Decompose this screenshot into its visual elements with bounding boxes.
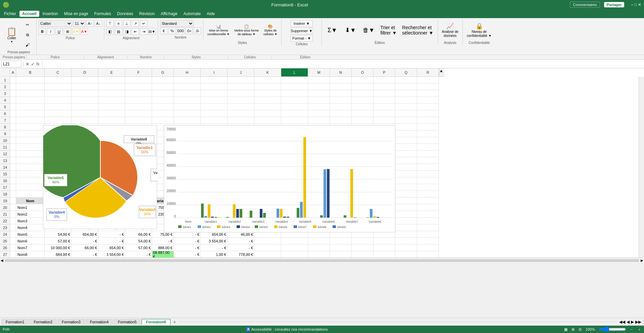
cell-O3[interactable] (352, 90, 374, 97)
data-cell-Q20[interactable] (395, 204, 417, 211)
cell-B16[interactable] (16, 177, 45, 184)
cell-F3[interactable] (125, 90, 152, 97)
cell-Q15[interactable] (395, 171, 417, 177)
cell-F5[interactable] (125, 104, 152, 110)
cell-Q9[interactable] (395, 130, 417, 137)
cell-H6[interactable] (174, 110, 201, 117)
cell-R12[interactable] (417, 151, 439, 157)
cell-B5[interactable] (16, 104, 45, 110)
col-header-A[interactable]: A (10, 68, 16, 76)
format-painter-button[interactable]: 🖌 (21, 40, 34, 50)
col-header-O[interactable]: O (352, 68, 374, 76)
cell-Q1[interactable] (395, 77, 417, 84)
cell-H2[interactable] (174, 84, 201, 90)
col-header-K[interactable]: K (254, 68, 281, 76)
fill-button[interactable]: ⬇▼ (342, 20, 359, 40)
cell-R8[interactable] (417, 124, 439, 130)
cell-G5[interactable] (152, 104, 174, 110)
data-cell-L26[interactable] (281, 244, 308, 251)
data-cell-A26[interactable] (10, 244, 16, 251)
cell-Q11[interactable] (395, 144, 417, 151)
align-center-button[interactable]: ▤ (115, 28, 122, 35)
data-cell-G26[interactable]: 888,00 € (152, 244, 174, 251)
align-middle-button[interactable]: ≡ (115, 20, 122, 27)
clear-button[interactable]: 🗑▼ (360, 20, 377, 40)
cell-D6[interactable] (71, 110, 98, 117)
thousand-button[interactable]: % (168, 27, 176, 34)
cell-I3[interactable] (201, 90, 228, 97)
menu-revision[interactable]: Révision (137, 11, 157, 17)
cell-R1[interactable] (417, 77, 439, 84)
data-cell-Q27[interactable] (395, 251, 417, 258)
menu-insertion[interactable]: Insertion (40, 11, 61, 17)
cell-E1[interactable] (98, 77, 125, 84)
cell-I5[interactable] (201, 104, 228, 110)
cell-B12[interactable] (16, 151, 45, 157)
data-cell-A23[interactable] (10, 224, 16, 231)
cell-R14[interactable] (417, 164, 439, 171)
data-cell-B24[interactable]: Nom5 (16, 231, 45, 238)
cell-G3[interactable] (152, 90, 174, 97)
data-cell-B20[interactable]: Nom1 (16, 204, 45, 211)
cell-E2[interactable] (98, 84, 125, 90)
cell-A2[interactable] (10, 84, 16, 90)
cell-L6[interactable] (281, 110, 308, 117)
cell-B2[interactable] (16, 84, 45, 90)
cell-Q8[interactable] (395, 124, 417, 130)
data-cell-E24[interactable]: - € (98, 231, 125, 238)
data-cell-B26[interactable]: Nom7 (16, 244, 45, 251)
cell-A13[interactable] (10, 157, 16, 164)
cell-Q7[interactable] (395, 117, 417, 124)
data-cell-L27[interactable] (281, 251, 308, 258)
cell-D2[interactable] (71, 84, 98, 90)
data-cell-P26[interactable] (374, 244, 395, 251)
font-name-selector[interactable]: Calibri (39, 20, 72, 27)
cell-H4[interactable] (174, 97, 201, 104)
cell-B8[interactable] (16, 124, 45, 130)
cell-R5[interactable] (417, 104, 439, 110)
col-header-R[interactable]: R (417, 68, 439, 76)
cell-A8[interactable] (10, 124, 16, 130)
cut-button[interactable]: ✂ (21, 20, 34, 30)
cell-E3[interactable] (98, 90, 125, 97)
data-cell-R27[interactable] (417, 251, 439, 258)
data-cell-E26[interactable]: 654,00 € (98, 244, 125, 251)
cell-R4[interactable] (417, 97, 439, 104)
decrease-indent-button[interactable]: ⇤ (132, 28, 139, 35)
cell-P2[interactable] (374, 84, 395, 90)
cell-J2[interactable] (228, 84, 254, 90)
cell-Q16[interactable] (395, 177, 417, 184)
col-header-G[interactable]: G (152, 68, 174, 76)
cell-A10[interactable] (10, 137, 16, 144)
cell-E4[interactable] (98, 97, 125, 104)
cell-C6[interactable] (45, 110, 71, 117)
data-cell-K27[interactable] (254, 251, 281, 258)
cell-E5[interactable] (98, 104, 125, 110)
cell-F7[interactable] (125, 117, 152, 124)
cell-B15[interactable] (16, 171, 45, 177)
fill-color-button[interactable]: A▼ (72, 28, 80, 35)
data-cell-D24[interactable]: 654,00 € (71, 231, 98, 238)
cell-A4[interactable] (10, 97, 16, 104)
data-cell-N27[interactable] (330, 251, 352, 258)
data-cell-I25[interactable]: 3 554,00 € (201, 238, 228, 244)
cell-A1[interactable] (10, 77, 16, 84)
data-cell-J25[interactable]: - € (228, 238, 254, 244)
col-header-J[interactable]: J (228, 68, 254, 76)
cell-R16[interactable] (417, 177, 439, 184)
cell-R13[interactable] (417, 157, 439, 164)
bold-button[interactable]: B (39, 28, 46, 35)
data-cell-B27[interactable]: Nom8 (16, 251, 45, 258)
cell-J6[interactable] (228, 110, 254, 117)
col-header-H[interactable]: H (174, 68, 201, 76)
cell-B11[interactable] (16, 144, 45, 151)
cell-C5[interactable] (45, 104, 71, 110)
data-cell-P27[interactable] (374, 251, 395, 258)
underline-button[interactable]: U (55, 28, 63, 35)
cell-G2[interactable] (152, 84, 174, 90)
data-cell-C26[interactable]: 10 000,00 € (45, 244, 71, 251)
cell-G6[interactable] (152, 110, 174, 117)
paste-button[interactable]: 📋 Coller ▼ (3, 25, 20, 45)
font-size-selector[interactable]: 11 (73, 20, 85, 27)
sort-filter-button[interactable]: Trier etfiltrer ▼ (378, 20, 399, 40)
